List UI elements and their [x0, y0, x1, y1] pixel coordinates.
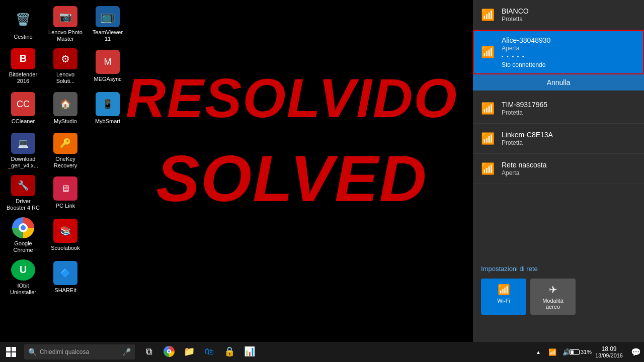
wifi-signal-icon: 📶	[481, 9, 495, 22]
wifi-alice-status: Aperta	[502, 45, 636, 52]
wifi-network-info: BIANCO Protetta	[502, 7, 636, 23]
chrome-icon	[12, 217, 34, 238]
wifi-rete-name: Rete nascosta	[502, 161, 636, 169]
icon-mega[interactable]: M MEGAsync	[89, 46, 127, 86]
wifi-tim-status: Protetta	[502, 109, 636, 116]
icon-scuolabook[interactable]: 📚 Scuolabook	[46, 215, 85, 255]
icon-lenovo-photo[interactable]: 📷 Lenovo Photo Master	[46, 4, 85, 44]
notification-icon: 💬	[631, 347, 641, 357]
battery-level: 31%	[570, 349, 592, 355]
shield-taskbar-icon: 🔒	[224, 346, 235, 357]
icon-label: Bitdefender 2016	[6, 71, 40, 84]
wifi-network-bianco[interactable]: 📶 BIANCO Protetta	[473, 0, 644, 30]
icon-bitdefender[interactable]: B Bitdefender 2016	[4, 46, 42, 86]
start-button[interactable]	[0, 342, 22, 362]
wifi-linkem-icon: 📶	[481, 132, 495, 145]
mystudio-icon: 🏠	[53, 92, 77, 116]
quick-actions-bar: 📶 Wi-Fi ✈ Modalità aereo	[481, 279, 636, 315]
icon-label: TeamViewer 11	[91, 29, 125, 42]
driver-icon: 🔧	[11, 175, 35, 196]
icon-label: Lenovo Soluti...	[48, 71, 83, 84]
bitdefender-icon: B	[11, 48, 35, 69]
icon-chrome[interactable]: Google Chrome	[4, 215, 42, 255]
icon-mybsmart[interactable]: 📱 MybSmart	[89, 88, 127, 129]
wifi-network-alice-info: Alice-38048930 Aperta • • • • • Sto conn…	[502, 36, 636, 68]
icon-label: MybSmart	[95, 118, 120, 125]
wifi-rete-icon: 📶	[481, 162, 495, 175]
wifi-quick-icon: 📶	[498, 284, 510, 296]
icon-teamviewer[interactable]: 📺 TeamViewer 11	[89, 4, 127, 44]
chrome-taskbar-icon	[164, 346, 175, 357]
icon-label: MEGAsync	[94, 76, 121, 82]
systray-expand[interactable]: ▲	[532, 342, 545, 362]
wifi-panel: 📶 BIANCO Protetta 📶 Alice-38048930 Apert…	[473, 0, 644, 342]
taskbar-search-box[interactable]: 🔍 Chiedimi qualcosa 🎤	[24, 344, 135, 359]
wifi-linkem-info: Linkem-C8E13A Protetta	[502, 131, 636, 146]
clock-time: 18.09	[601, 345, 616, 352]
impostazioni-di-rete-link[interactable]: Impostazioni di rete	[481, 265, 636, 273]
icon-onekey[interactable]: 🔑 OneKey Recovery	[46, 131, 85, 171]
icon-driver[interactable]: 🔧 Driver Booster 4 RC	[4, 173, 42, 213]
icon-pclink[interactable]: 🖥 PC Link	[46, 173, 85, 213]
icon-ccleaner[interactable]: CC CCleaner	[4, 88, 42, 129]
battery-icon[interactable]: 31%	[574, 342, 587, 362]
wifi-panel-bottom: Impostazioni di rete 📶 Wi-Fi ✈ Modalità …	[473, 259, 644, 321]
teamviewer-icon: 📺	[96, 6, 120, 27]
svg-rect-3	[12, 352, 16, 357]
resolvido-text: RESOLVIDO	[121, 70, 463, 126]
microphone-icon: 🎤	[122, 348, 131, 356]
wifi-network-linkem[interactable]: 📶 Linkem-C8E13A Protetta	[473, 124, 644, 154]
annulla-button[interactable]: Annulla	[473, 74, 644, 90]
lenovo-sol-icon: ⚙	[53, 48, 77, 69]
icon-label: Google Chrome	[6, 240, 40, 253]
lenovo-photo-icon: 📷	[53, 6, 77, 27]
mybsmart-icon: 📱	[96, 92, 120, 116]
icon-cestino[interactable]: 🗑️ Cestino	[4, 4, 42, 44]
icon-download[interactable]: 💻 Download _gen_v4.x...	[4, 131, 42, 171]
svg-rect-2	[6, 352, 11, 357]
desktop: 🗑️ Cestino 📷 Lenovo Photo Master 📺 TeamV…	[0, 0, 473, 342]
search-icon: 🔍	[28, 348, 37, 356]
chrome-taskbar-button[interactable]	[159, 342, 179, 362]
task-view-button[interactable]: ⧉	[139, 342, 159, 362]
store-icon: 🛍	[205, 346, 214, 357]
icon-lenovo-sol[interactable]: ⚙ Lenovo Soluti...	[46, 46, 85, 86]
wifi-toggle-button[interactable]: 📶 Wi-Fi	[481, 279, 526, 315]
windows-logo-icon	[6, 347, 16, 357]
icon-iobit[interactable]: U IObit Uninstaller	[4, 257, 42, 298]
desktop-icon-grid: 🗑️ Cestino 📷 Lenovo Photo Master 📺 TeamV…	[0, 0, 133, 344]
icon-mystudio[interactable]: 🏠 MyStudio	[46, 88, 85, 129]
wifi-rete-status: Aperta	[502, 169, 636, 176]
explorer-taskbar-button[interactable]: 📁	[179, 342, 199, 362]
icon-label: IObit Uninstaller	[6, 283, 40, 296]
iobit-icon: U	[11, 259, 35, 281]
airplane-icon: ✈	[549, 284, 557, 296]
wifi-rete-info: Rete nascosta Aperta	[502, 161, 636, 176]
wifi-signal-connecting-icon: 📶	[481, 46, 495, 59]
airplane-mode-button[interactable]: ✈ Modalità aereo	[530, 279, 576, 315]
network-icon[interactable]: 📶	[546, 342, 559, 362]
icon-label: SHAREit	[54, 287, 76, 294]
wifi-network-tim[interactable]: 📶 TIM-89317965 Protetta	[473, 94, 644, 124]
icon-label: MyStudio	[54, 118, 77, 125]
icon-label: Scuolabook	[51, 245, 80, 251]
wifi-tim-icon: 📶	[481, 102, 495, 115]
airplane-label: Modalità aereo	[537, 298, 569, 310]
download-icon: 💻	[11, 133, 35, 154]
wifi-linkem-name: Linkem-C8E13A	[502, 131, 636, 139]
store-taskbar-button[interactable]: 🛍	[199, 342, 219, 362]
office-taskbar-button[interactable]: 📊	[239, 342, 260, 362]
security-taskbar-button[interactable]: 🔒	[219, 342, 239, 362]
notification-center-button[interactable]: 💬	[628, 342, 644, 362]
shareit-icon: 🔷	[53, 261, 77, 285]
taskbar-clock[interactable]: 18.09 13/09/2016	[590, 342, 628, 362]
wifi-network-rete-nascosta[interactable]: 📶 Rete nascosta Aperta	[473, 154, 644, 184]
icon-shareit[interactable]: 🔷 SHAREit	[46, 257, 85, 298]
wifi-linkem-status: Protetta	[502, 139, 636, 146]
systray: ▲ 📶 🔊 31%	[529, 342, 590, 362]
wifi-tim-name: TIM-89317965	[502, 101, 636, 109]
ccleaner-icon: CC	[11, 92, 35, 116]
mega-icon: M	[96, 50, 120, 74]
wifi-network-alice[interactable]: 📶 Alice-38048930 Aperta • • • • • Sto co…	[473, 30, 644, 74]
big-text-overlay: RESOLVIDO SOLVED	[121, 70, 463, 211]
